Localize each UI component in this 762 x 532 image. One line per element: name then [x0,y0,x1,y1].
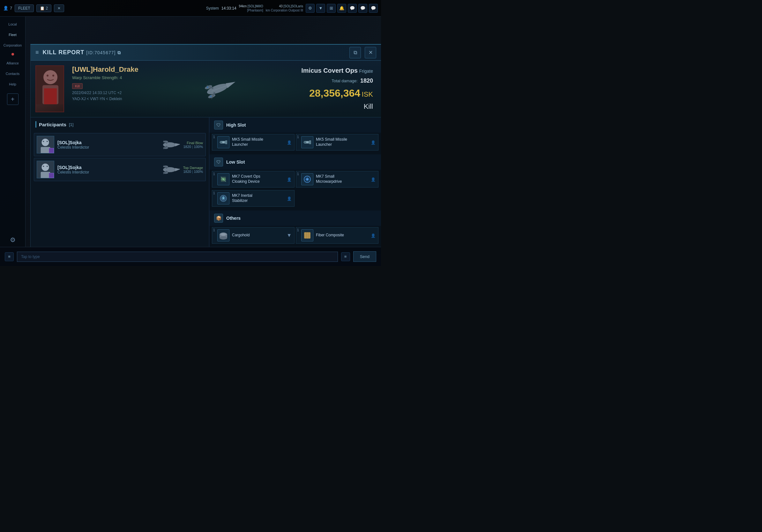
launcher-svg-1 [218,137,228,147]
low-slot-title: Low Slot [226,160,245,165]
filter-icon[interactable]: ⊞ [327,4,336,13]
travel-dropdown[interactable]: ▼ [316,4,325,13]
participant-2-stats: Top Damage 1820 | 100% [183,166,203,173]
cargohold-icon [217,229,229,241]
item-num: 1 [297,229,299,232]
inertial-stabilizer-icon [217,192,229,204]
participant-1-ship-img [159,136,180,154]
svg-point-9 [207,93,216,99]
bottom-attachment-icon[interactable]: ≡ [341,252,350,261]
sidebar-item-alliance[interactable]: Alliance [2,59,24,68]
close-icon: ✕ [369,49,373,55]
participant-2-badge [49,173,54,178]
others-item-2[interactable]: 1 Fiber Composite [296,227,378,244]
high-slot-header: 🛡 High Slot [209,117,381,133]
low-slot-item-2-name: MK7 SmallMicrowarpdrive [316,174,342,184]
ship-display [142,61,293,117]
chevron-down-icon[interactable]: ▼ [286,233,292,238]
fleet-button[interactable]: FLEET [15,4,34,12]
send-button[interactable]: Send [353,251,376,262]
low-slot-item-2[interactable]: 1 MK7 SmallMicrowarpdrive [296,171,378,187]
participants-section: Participants [1] [SOL]Sojka [31,117,209,254]
copy-icon[interactable]: ⧉ [117,50,121,55]
others-icon: 📦 [214,214,223,223]
stab-svg [218,193,228,204]
high-slot-item-1[interactable]: 1 MK5 Small MissileLauncher [212,134,294,151]
bottom-menu-icon[interactable]: ≡ [5,252,14,261]
victim-section: [UWL]Harold_Drake Warp Scramble Strength… [31,61,381,117]
sidebar-item-corporation[interactable]: Corporation [2,41,24,50]
settings-icon[interactable]: ⚙ [306,4,315,13]
item-num: 1 [213,135,215,139]
add-channel-button[interactable]: + [7,94,19,105]
participant-1-info: [SOL]Sojka Celestis Interdictor [57,140,156,150]
high-slot-item-1-name: MK5 Small MissileLauncher [232,137,263,147]
chat-icon-3[interactable]: 💬 [369,4,378,13]
high-slot-row-1: 1 MK5 Small MissileLauncher 1 [209,133,381,152]
sidebar-item-help[interactable]: Help [2,80,24,89]
person-icon-4 [371,177,376,182]
low-slot-item-empty [296,190,378,207]
svg-marker-32 [175,168,180,171]
microwarpdrive-icon [301,173,313,185]
svg-point-18 [43,141,44,142]
participants-count: [1] [69,122,73,127]
ship-2-svg [159,162,180,178]
close-fleet-button[interactable]: ✕ [54,4,64,12]
person-icon-2 [371,140,376,145]
ship-1-svg [159,137,180,153]
low-slot-item-1[interactable]: 1 MK7 Covert OpsCloaking Device [212,171,294,187]
low-slot-row-1: 1 MK7 Covert OpsCloaking Device 1 [209,170,381,189]
svg-marker-21 [175,143,180,146]
modal-menu-icon[interactable]: ≡ [36,49,39,56]
others-item-2-name: Fiber Composite [316,233,344,238]
svg-point-5 [52,75,54,77]
participant-avatar-2 [37,161,54,178]
external-link-button[interactable]: ⧉ [349,47,361,58]
modal-title: KILL REPORT [ID:7045677] ⧉ [43,49,121,56]
chat-input[interactable]: Tap to type [17,252,338,262]
fiber-svg [302,230,312,240]
left-sidebar: Local Fleet Corporation Alliance Contact… [0,17,26,247]
item-num: 1 [297,172,299,176]
notifications-icon[interactable]: 🔔 [337,4,346,13]
low-slot-header: 🛡 Low Slot [209,154,381,170]
item-num: 1 [213,172,215,176]
notification-dot [12,53,14,55]
close-modal-button[interactable]: ✕ [365,47,376,58]
participant-1-badge [49,148,54,153]
player-icon: 👤 [3,6,8,11]
svg-rect-42 [309,140,311,144]
participant-card-1[interactable]: [SOL]Sojka Celestis Interdictor [34,133,206,156]
item-num: 1 [297,135,299,139]
participant-card-2[interactable]: [SOL]Sojka Celestis Interdictor [34,158,206,181]
high-slot-item-2[interactable]: 1 MK5 Small MissileLauncher [296,134,378,151]
sidebar-item-contacts[interactable]: Contacts [2,69,24,78]
person-icon-6 [371,233,376,238]
external-icon: ⧉ [353,50,357,55]
nav-info: 94km [SOL]MilIO [Phantasm] [239,4,263,12]
chat-icon-1[interactable]: 💬 [348,4,357,13]
missile-launcher-icon-1 [217,136,229,148]
svg-point-57 [223,198,224,199]
low-slot-item-3[interactable]: 1 MK7 InertialStabilizer [212,190,294,207]
others-item-1-name: Cargohold [232,233,250,238]
item-num: 1 [213,191,215,195]
fleet-count: 📋 2 [37,4,52,12]
settings-button[interactable]: ⚙ [10,236,16,244]
svg-point-4 [46,75,48,77]
participants-header: Participants [1] [31,117,209,131]
chat-icon-2[interactable]: 💬 [358,4,367,13]
sidebar-item-fleet[interactable]: Fleet [2,30,24,39]
others-item-1[interactable]: 1 Cargohold ▼ [212,227,294,244]
svg-rect-3 [44,88,57,104]
person-icon-1 [287,140,292,145]
svg-point-19 [46,141,48,142]
ship-svg [186,63,250,114]
cargo-svg [218,230,228,240]
others-header: 📦 Others [209,211,381,226]
sidebar-item-local[interactable]: Local [2,20,24,29]
low-slot-item-3-name: MK7 InertialStabilizer [232,193,253,203]
high-slot-title: High Slot [226,122,246,128]
svg-point-20 [163,142,176,147]
